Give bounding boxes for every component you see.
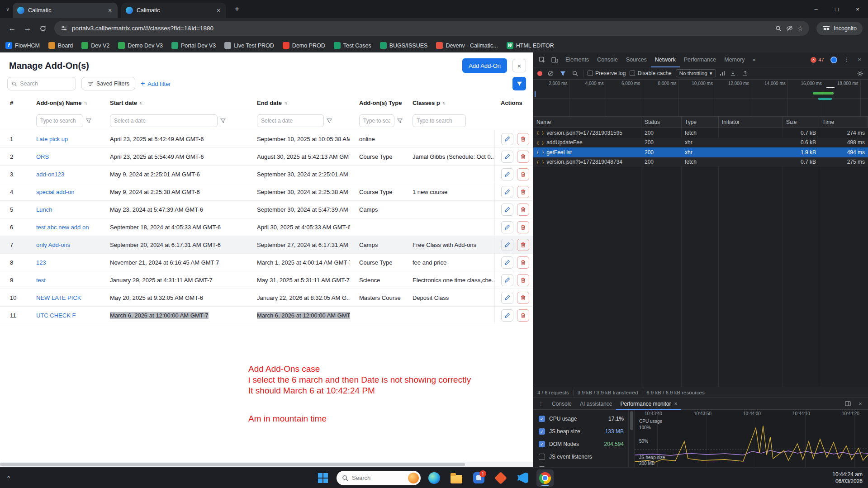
edit-button[interactable]: [501, 204, 513, 216]
network-column-header[interactable]: Status: [641, 117, 682, 128]
metric-row[interactable]: JS event listeners: [533, 450, 628, 463]
bookmark-item[interactable]: f FlowHCM: [5, 42, 40, 49]
delete-button[interactable]: [517, 239, 529, 251]
type-filter-input[interactable]: [359, 114, 394, 127]
edit-button[interactable]: [501, 168, 513, 180]
network-request-row[interactable]: { }addUpdateFee 200 xhr 0.6 kB 498 ms: [533, 138, 868, 148]
bookmark-item[interactable]: Dev V2: [81, 42, 109, 49]
throttling-select[interactable]: No throttling▾: [676, 69, 716, 77]
table-row[interactable]: 1 Late pick up April 23, 2025 at 5:42:49…: [0, 130, 533, 148]
table-row[interactable]: 10 NEW LATE PICK May 20, 2025 at 9:32:05…: [0, 289, 533, 307]
start-date-filter-input[interactable]: [110, 114, 218, 127]
network-request-row[interactable]: { }getFeeList 200 xhr 1.9 kB 494 ms: [533, 147, 868, 157]
delete-button[interactable]: [517, 256, 529, 269]
network-column-header[interactable]: Name: [533, 117, 641, 128]
clear-icon[interactable]: [546, 69, 555, 77]
network-search-icon[interactable]: [571, 69, 579, 77]
drawer-tab[interactable]: Console: [548, 398, 576, 410]
network-conditions-icon[interactable]: [720, 71, 725, 76]
name-filter-input[interactable]: [36, 114, 83, 127]
bookmark-item[interactable]: Portal Dev V3: [171, 42, 216, 49]
delete-button[interactable]: [517, 221, 529, 233]
add-addon-button[interactable]: Add Add-On: [462, 58, 507, 73]
hidden-icons-chevron[interactable]: ^: [7, 474, 10, 481]
page-close-button[interactable]: ×: [512, 59, 526, 72]
delete-button[interactable]: [517, 151, 529, 163]
edit-button[interactable]: [501, 221, 513, 233]
site-settings-icon[interactable]: [61, 25, 67, 32]
new-tab-button[interactable]: +: [231, 3, 243, 15]
dock-panel-icon[interactable]: [842, 398, 854, 410]
network-timeline[interactable]: 2,000 ms4,000 ms6,000 ms8,000 ms10,000 m…: [533, 80, 868, 117]
inspect-icon[interactable]: [536, 54, 548, 66]
tab-close-icon[interactable]: ×: [214, 6, 223, 14]
edit-button[interactable]: [501, 309, 513, 322]
column-header-type[interactable]: Add-on(s) Type↑↓: [350, 99, 403, 106]
network-settings-gear-icon[interactable]: [856, 69, 864, 77]
metrics-scrollbar[interactable]: [628, 410, 634, 467]
disable-cache-checkbox[interactable]: Disable cache: [630, 70, 671, 76]
devtools-menu-icon[interactable]: ⋮: [841, 54, 853, 66]
table-row[interactable]: 3 add-on123 May 9, 2024 at 2:25:01 AM GM…: [0, 166, 533, 183]
tab-close-icon[interactable]: ×: [674, 401, 677, 407]
vscode-taskbar-icon[interactable]: [514, 469, 531, 487]
delete-button[interactable]: [517, 204, 529, 216]
checkbox-icon[interactable]: [630, 71, 635, 76]
metric-checkbox[interactable]: [539, 416, 545, 422]
column-header-end[interactable]: End date↑↓: [248, 99, 350, 106]
bookmark-item[interactable]: Board: [48, 42, 73, 49]
reload-button[interactable]: [36, 22, 50, 35]
edit-button[interactable]: [501, 292, 513, 304]
funnel-icon[interactable]: [220, 118, 226, 123]
app-taskbar-icon[interactable]: [492, 469, 509, 487]
edit-button[interactable]: [501, 274, 513, 286]
start-button[interactable]: [314, 469, 332, 487]
network-request-row[interactable]: { }version.json?t=1772819048734 200 fetc…: [533, 157, 868, 167]
file-explorer-taskbar-icon[interactable]: [448, 469, 465, 487]
devtools-tab[interactable]: Memory: [720, 52, 749, 67]
back-button[interactable]: ←: [5, 22, 19, 35]
edge-taskbar-icon[interactable]: [426, 469, 443, 487]
profile-icon[interactable]: [830, 57, 837, 63]
funnel-icon[interactable]: [327, 118, 332, 123]
table-row[interactable]: 4 special add-on May 9, 2024 at 2:25:38 …: [0, 183, 533, 201]
table-row[interactable]: 9 test January 29, 2025 at 4:31:11 AM GM…: [0, 271, 533, 289]
search-input[interactable]: [20, 81, 71, 87]
tab-close-icon[interactable]: ×: [106, 6, 114, 14]
table-row[interactable]: 11 UTC CHECK F March 6, 2026 at 12:00:00…: [0, 307, 533, 324]
bookmark-item[interactable]: Demo PROD: [283, 42, 325, 49]
preserve-log-checkbox[interactable]: Preserve log: [588, 70, 626, 76]
horizontal-scrollbar[interactable]: [0, 462, 533, 467]
funnel-icon[interactable]: [86, 118, 91, 123]
delete-button[interactable]: [517, 186, 529, 198]
addon-name-link[interactable]: Late pick up: [36, 136, 68, 142]
network-column-header[interactable]: Size: [783, 117, 819, 128]
column-header-name[interactable]: Add-on(s) Name↑↓: [27, 99, 101, 106]
addon-name-link[interactable]: ORS: [36, 153, 49, 160]
error-badge[interactable]: × 47: [808, 57, 827, 63]
column-header-start[interactable]: Start date↑↓: [101, 99, 248, 106]
addon-name-link[interactable]: NEW LATE PICK: [36, 294, 81, 301]
devtools-tab[interactable]: Network: [651, 52, 680, 67]
addon-name-link[interactable]: add-on123: [36, 171, 64, 178]
metric-checkbox[interactable]: [539, 441, 545, 447]
taskbar-search-input[interactable]: [352, 474, 394, 481]
bookmark-item[interactable]: BUGS/ISSUES: [380, 42, 428, 49]
table-row[interactable]: 7 only Add-ons September 20, 2024 at 6:1…: [0, 236, 533, 254]
metric-checkbox[interactable]: [539, 454, 545, 460]
teams-taskbar-icon[interactable]: 1: [470, 469, 487, 487]
taskbar-search[interactable]: [337, 471, 421, 485]
metric-row[interactable]: CPU usage 17.1%: [533, 412, 628, 425]
window-close-button[interactable]: ×: [847, 0, 868, 18]
bookmark-item[interactable]: Demo Dev V3: [118, 42, 163, 49]
password-eye-icon[interactable]: [786, 25, 793, 32]
bookmark-item[interactable]: Test Cases: [334, 42, 371, 49]
column-header-classes[interactable]: Classes p↑↓: [403, 99, 494, 106]
network-column-header[interactable]: Time: [819, 117, 868, 128]
delete-button[interactable]: [517, 274, 529, 286]
saved-filters-button[interactable]: Saved Filters: [81, 77, 135, 90]
edit-button[interactable]: [501, 133, 513, 145]
edit-button[interactable]: [501, 239, 513, 251]
bookmark-item[interactable]: Devenv - Calimatic...: [436, 42, 498, 49]
metric-checkbox[interactable]: [539, 428, 545, 435]
